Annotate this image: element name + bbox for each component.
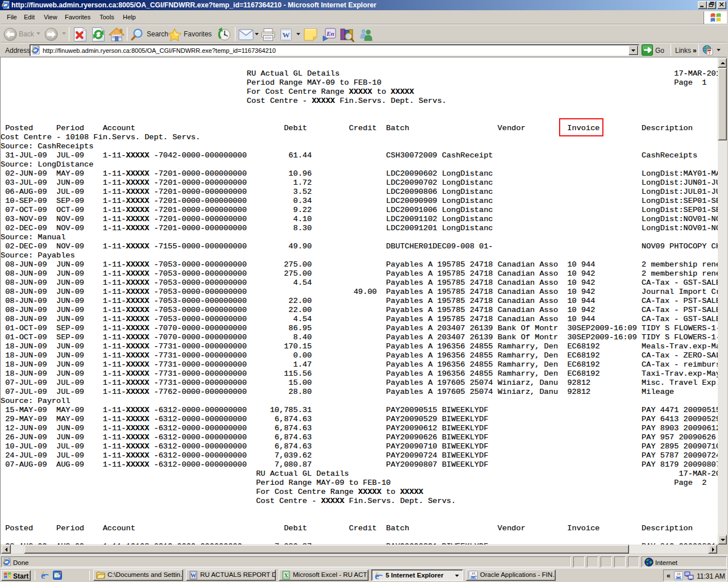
svg-text:En: En bbox=[326, 30, 334, 37]
svg-text:X: X bbox=[284, 572, 288, 579]
svg-text:W: W bbox=[191, 572, 196, 579]
svg-text:W: W bbox=[283, 31, 290, 39]
